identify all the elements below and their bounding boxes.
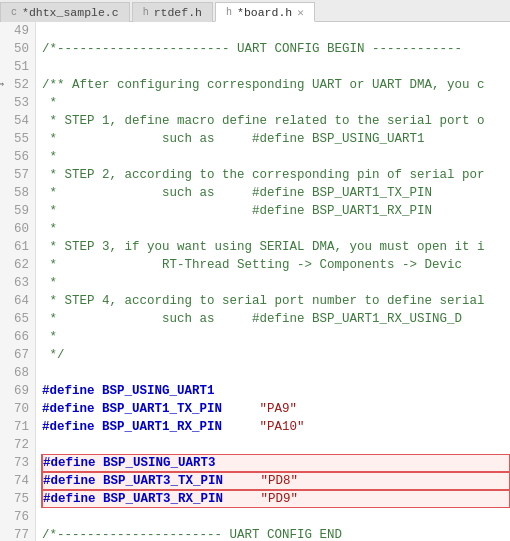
code-line-72 bbox=[42, 436, 510, 454]
line-number-56: 56 bbox=[0, 148, 35, 166]
code-line-49 bbox=[42, 22, 510, 40]
code-line-74: #define BSP_UART3_TX_PIN "PD8" bbox=[41, 472, 510, 490]
code-line-53: * bbox=[42, 94, 510, 112]
code-line-73: #define BSP_USING_UART3 bbox=[41, 454, 510, 472]
line-number-60: 60 bbox=[0, 220, 35, 238]
code-line-54: * STEP 1, define macro define related to… bbox=[42, 112, 510, 130]
line-number-68: 68 bbox=[0, 364, 35, 382]
line-number-58: 58 bbox=[0, 184, 35, 202]
line-number-63: 63 bbox=[0, 274, 35, 292]
tab-close-board[interactable]: ✕ bbox=[297, 6, 304, 19]
tab-label-dhtx: *dhtx_sample.c bbox=[22, 6, 119, 19]
code-line-51 bbox=[42, 58, 510, 76]
line-number-55: 55 bbox=[0, 130, 35, 148]
line-number-50: 50 bbox=[0, 40, 35, 58]
code-line-63: * bbox=[42, 274, 510, 292]
line-number-51: 51 bbox=[0, 58, 35, 76]
code-line-57: * STEP 2, according to the corresponding… bbox=[42, 166, 510, 184]
code-line-70: #define BSP_UART1_TX_PIN "PA9" bbox=[42, 400, 510, 418]
tab-bar: c *dhtx_sample.c h rtdef.h h *board.h ✕ bbox=[0, 0, 510, 22]
code-line-67: */ bbox=[42, 346, 510, 364]
line-number-77: 77 bbox=[0, 526, 35, 541]
tab-dhtx[interactable]: c *dhtx_sample.c bbox=[0, 2, 130, 22]
code-line-65: * such as #define BSP_UART1_RX_USING_D bbox=[42, 310, 510, 328]
line-number-69: 69 bbox=[0, 382, 35, 400]
tab-label-rtdef: rtdef.h bbox=[154, 6, 202, 19]
line-number-62: 62 bbox=[0, 256, 35, 274]
line-number-53: 53 bbox=[0, 94, 35, 112]
line-number-61: 61 bbox=[0, 238, 35, 256]
line-number-75: 75 bbox=[0, 490, 35, 508]
code-line-59: * #define BSP_UART1_RX_PIN bbox=[42, 202, 510, 220]
arrow-marker: ⇒ bbox=[0, 76, 4, 94]
tab-icon-board: h bbox=[226, 7, 232, 18]
line-number-67: 67 bbox=[0, 346, 35, 364]
code-line-68 bbox=[42, 364, 510, 382]
code-container: 495051⇒525354555657585960616263646566676… bbox=[0, 22, 510, 541]
code-line-69: #define BSP_USING_UART1 bbox=[42, 382, 510, 400]
line-number-65: 65 bbox=[0, 310, 35, 328]
line-number-76: 76 bbox=[0, 508, 35, 526]
code-line-77: /*---------------------- UART CONFIG END bbox=[42, 526, 510, 541]
line-number-59: 59 bbox=[0, 202, 35, 220]
line-number-71: 71 bbox=[0, 418, 35, 436]
tab-rtdef[interactable]: h rtdef.h bbox=[132, 2, 213, 22]
code-line-71: #define BSP_UART1_RX_PIN "PA10" bbox=[42, 418, 510, 436]
tab-icon-dhtx: c bbox=[11, 7, 17, 18]
line-number-74: 74 bbox=[0, 472, 35, 490]
line-number-73: 73 bbox=[0, 454, 35, 472]
editor: 495051⇒525354555657585960616263646566676… bbox=[0, 22, 510, 541]
code-line-55: * such as #define BSP_USING_UART1 bbox=[42, 130, 510, 148]
line-number-72: 72 bbox=[0, 436, 35, 454]
line-number-54: 54 bbox=[0, 112, 35, 130]
code-line-64: * STEP 4, according to serial port numbe… bbox=[42, 292, 510, 310]
code-line-50: /*----------------------- UART CONFIG BE… bbox=[42, 40, 510, 58]
tab-board[interactable]: h *board.h ✕ bbox=[215, 2, 315, 22]
tab-icon-rtdef: h bbox=[143, 7, 149, 18]
code-content: /*----------------------- UART CONFIG BE… bbox=[36, 22, 510, 541]
line-number-49: 49 bbox=[0, 22, 35, 40]
line-numbers: 495051⇒525354555657585960616263646566676… bbox=[0, 22, 36, 541]
code-line-58: * such as #define BSP_UART1_TX_PIN bbox=[42, 184, 510, 202]
code-line-52: /** After configuring corresponding UART… bbox=[42, 76, 510, 94]
code-line-76 bbox=[42, 508, 510, 526]
code-line-75: #define BSP_UART3_RX_PIN "PD9" bbox=[41, 490, 510, 508]
line-number-57: 57 bbox=[0, 166, 35, 184]
code-line-62: * RT-Thread Setting -> Components -> Dev… bbox=[42, 256, 510, 274]
code-line-56: * bbox=[42, 148, 510, 166]
line-number-64: 64 bbox=[0, 292, 35, 310]
tab-label-board: *board.h bbox=[237, 6, 292, 19]
line-number-70: 70 bbox=[0, 400, 35, 418]
code-line-60: * bbox=[42, 220, 510, 238]
code-line-66: * bbox=[42, 328, 510, 346]
line-number-66: 66 bbox=[0, 328, 35, 346]
line-number-52: ⇒52 bbox=[0, 76, 35, 94]
code-line-61: * STEP 3, if you want using SERIAL DMA, … bbox=[42, 238, 510, 256]
